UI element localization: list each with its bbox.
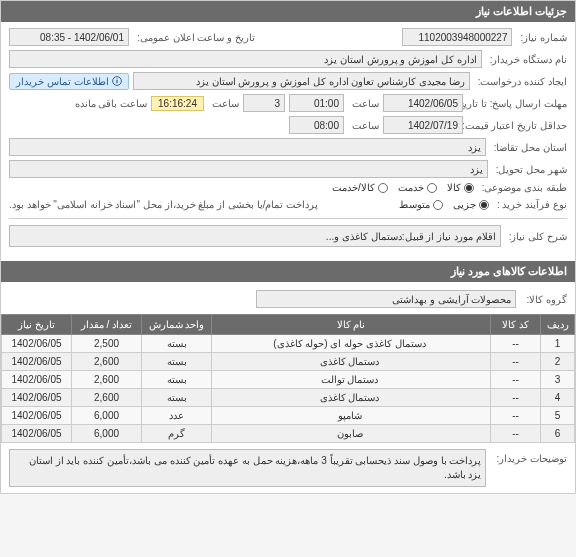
- cell-qty: 2,600: [72, 371, 142, 389]
- items-table: ردیف کد کالا نام کالا واحد شمارش تعداد /…: [1, 314, 575, 443]
- cell-row: 2: [541, 353, 575, 371]
- cell-qty: 2,500: [72, 335, 142, 353]
- deadline-time: 01:00: [289, 94, 344, 112]
- radio-small[interactable]: جزیی: [453, 199, 489, 210]
- cell-name: دستمال کاغذی حوله ای (حوله کاغذی): [212, 335, 491, 353]
- buyer-contact-chip-label: اطلاعات تماس خریدار: [16, 76, 109, 87]
- table-row: 4--دستمال کاغذیبسته2,6001402/06/05: [2, 389, 575, 407]
- radio-service-label: خدمت: [398, 182, 424, 193]
- col-name: نام کالا: [212, 315, 491, 335]
- cell-name: شامپو: [212, 407, 491, 425]
- payment-note: پرداخت تمام/یا بخشی از مبلغ خرید،از محل …: [9, 197, 318, 212]
- requester-label: ایجاد کننده درخواست:: [474, 76, 567, 87]
- buyer-org-label: نام دستگاه خریدار:: [486, 54, 567, 65]
- validity-label: حداقل تاریخ اعتبار قیمت: تا تاریخ:: [467, 120, 567, 131]
- panel-title: جزئیات اطلاعات نیاز: [1, 1, 575, 22]
- cell-code: --: [491, 407, 541, 425]
- radio-medium-label: متوسط: [399, 199, 430, 210]
- radio-goods-service-label: کالا/خدمت: [332, 182, 375, 193]
- table-row: 5--شامپوعدد6,0001402/06/05: [2, 407, 575, 425]
- deadline-time-word-2: ساعت: [208, 98, 239, 109]
- province-label: استان محل تقاضا:: [490, 142, 567, 153]
- col-date: تاریخ نیاز: [2, 315, 72, 335]
- cell-name: دستمال کاغذی: [212, 353, 491, 371]
- col-unit: واحد شمارش: [142, 315, 212, 335]
- city-value: یزد: [9, 160, 488, 178]
- purchase-type-label: نوع فرآیند خرید :: [493, 199, 567, 210]
- separator: [9, 218, 567, 219]
- cell-unit: عدد: [142, 407, 212, 425]
- radio-goods[interactable]: کالا: [447, 182, 474, 193]
- radio-service[interactable]: خدمت: [398, 182, 437, 193]
- radio-goods-label: کالا: [447, 182, 461, 193]
- radio-goods-service[interactable]: کالا/خدمت: [332, 182, 388, 193]
- cell-code: --: [491, 371, 541, 389]
- buyer-org-value: اداره کل اموزش و پرورش استان یزد: [9, 50, 482, 68]
- cell-code: --: [491, 425, 541, 443]
- cell-qty: 2,600: [72, 389, 142, 407]
- cell-unit: بسته: [142, 353, 212, 371]
- cell-date: 1402/06/05: [2, 335, 72, 353]
- cell-date: 1402/06/05: [2, 353, 72, 371]
- buyer-notes-value: پرداخت با وصول سند ذیحسابی تقریباً 3 ماه…: [9, 449, 486, 487]
- cell-unit: گرم: [142, 425, 212, 443]
- cell-name: دستمال کاغذی: [212, 389, 491, 407]
- cell-code: --: [491, 389, 541, 407]
- items-section-title: اطلاعات کالاهای مورد نیاز: [1, 261, 575, 282]
- cell-qty: 6,000: [72, 407, 142, 425]
- need-number-value: 1102003948000227: [402, 28, 512, 46]
- col-code: کد کالا: [491, 315, 541, 335]
- validity-date: 1402/07/19: [383, 116, 463, 134]
- goods-group-value: محصولات آرایشی و بهداشتی: [256, 290, 516, 308]
- svg-rect-1: [116, 80, 117, 83]
- form-area: شماره نیاز: 1102003948000227 تاریخ و ساع…: [1, 22, 575, 257]
- cell-row: 3: [541, 371, 575, 389]
- cell-code: --: [491, 335, 541, 353]
- cell-unit: بسته: [142, 389, 212, 407]
- cell-name: صابون: [212, 425, 491, 443]
- need-number-label: شماره نیاز:: [516, 32, 567, 43]
- deadline-days: 3: [243, 94, 285, 112]
- cell-date: 1402/06/05: [2, 371, 72, 389]
- table-row: 6--صابونگرم6,0001402/06/05: [2, 425, 575, 443]
- general-desc-label: شرح کلی نیاز:: [505, 231, 567, 242]
- validity-time: 08:00: [289, 116, 344, 134]
- svg-point-2: [116, 78, 117, 79]
- public-datetime-value: 1402/06/01 - 08:35: [9, 28, 129, 46]
- deadline-time-word: ساعت: [348, 98, 379, 109]
- cell-code: --: [491, 353, 541, 371]
- cell-row: 6: [541, 425, 575, 443]
- cell-row: 1: [541, 335, 575, 353]
- details-panel: جزئیات اطلاعات نیاز شماره نیاز: 11020039…: [0, 0, 576, 494]
- general-desc-value: اقلام مورد نیاز از قبیل:دستمال کاغذی و..…: [9, 225, 501, 247]
- cell-qty: 2,600: [72, 353, 142, 371]
- remaining-time-badge: 16:16:24: [151, 96, 204, 111]
- purchase-type-radio-group: جزیی متوسط: [399, 199, 489, 210]
- table-row: 2--دستمال کاغذیبسته2,6001402/06/05: [2, 353, 575, 371]
- cell-name: دستمال توالت: [212, 371, 491, 389]
- table-header-row: ردیف کد کالا نام کالا واحد شمارش تعداد /…: [2, 315, 575, 335]
- buyer-contact-chip[interactable]: اطلاعات تماس خریدار: [9, 73, 129, 90]
- col-row: ردیف: [541, 315, 575, 335]
- category-label: طبقه بندی موضوعی:: [478, 182, 567, 193]
- cell-date: 1402/06/05: [2, 389, 72, 407]
- city-label: شهر محل تحویل:: [492, 164, 567, 175]
- radio-medium[interactable]: متوسط: [399, 199, 443, 210]
- remaining-label: ساعت باقی مانده: [71, 98, 148, 109]
- radio-small-label: جزیی: [453, 199, 476, 210]
- info-icon: [112, 76, 122, 86]
- buyer-notes-label: توضیحات خریدار:: [492, 449, 567, 464]
- cell-row: 4: [541, 389, 575, 407]
- cell-unit: بسته: [142, 335, 212, 353]
- cell-row: 5: [541, 407, 575, 425]
- validity-time-word: ساعت: [348, 120, 379, 131]
- cell-qty: 6,000: [72, 425, 142, 443]
- table-row: 3--دستمال توالتبسته2,6001402/06/05: [2, 371, 575, 389]
- col-qty: تعداد / مقدار: [72, 315, 142, 335]
- deadline-label: مهلت ارسال پاسخ: تا تاریخ:: [467, 98, 567, 109]
- public-datetime-label: تاریخ و ساعت اعلان عمومی:: [133, 32, 255, 43]
- cell-unit: بسته: [142, 371, 212, 389]
- deadline-date: 1402/06/05: [383, 94, 463, 112]
- table-row: 1--دستمال کاغذی حوله ای (حوله کاغذی)بسته…: [2, 335, 575, 353]
- cell-date: 1402/06/05: [2, 407, 72, 425]
